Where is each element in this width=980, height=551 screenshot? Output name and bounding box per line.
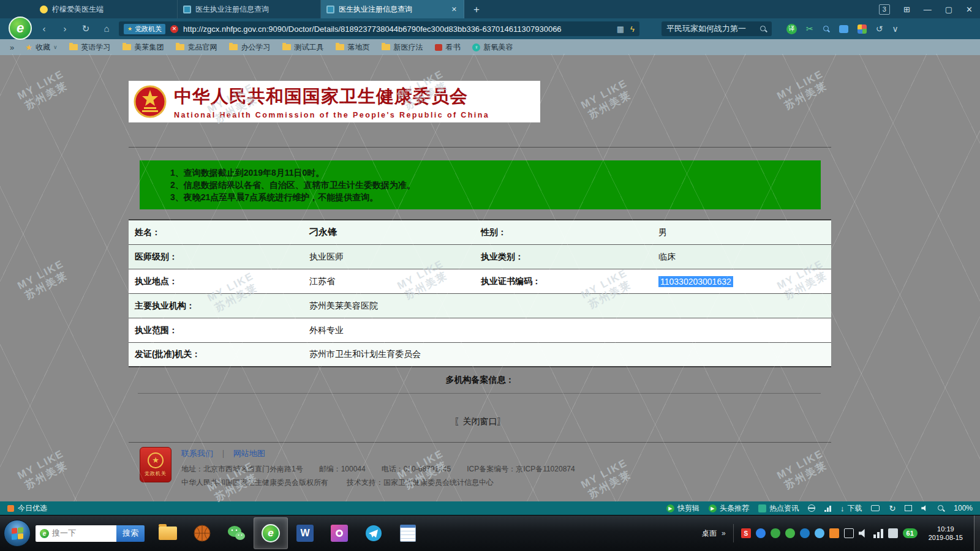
sitemap-link[interactable]: 网站地图 bbox=[233, 448, 265, 459]
page-search-icon[interactable] bbox=[937, 504, 944, 512]
telegram-taskbar-button[interactable] bbox=[356, 517, 391, 549]
tray-display-icon[interactable] bbox=[844, 528, 854, 538]
tray-sogou-icon[interactable]: S bbox=[741, 528, 751, 538]
browser-tab-3-active[interactable]: 医生执业注册信息查询 ✕ bbox=[321, 0, 464, 18]
minimize-button[interactable]: — bbox=[924, 5, 932, 14]
notification-count-badge[interactable]: 61 bbox=[903, 528, 918, 538]
wechat-taskbar-button[interactable] bbox=[219, 517, 254, 549]
sidebar-toggle-icon[interactable]: » bbox=[5, 43, 19, 52]
footer-links: 联系我们 ｜ 网站地图 bbox=[181, 448, 265, 459]
page-viewport: 中华人民共和国国家卫生健康委员会 National Health Commiss… bbox=[0, 55, 980, 501]
field-value: 临床 bbox=[658, 252, 831, 263]
browser-tab-1[interactable]: 柠檬爱美医生端 bbox=[34, 0, 178, 18]
window-panel-icon[interactable] bbox=[905, 505, 912, 511]
browser-taskbar-button-active[interactable]: e bbox=[254, 517, 288, 549]
quick-editor-item[interactable]: ▶快剪辑 bbox=[666, 503, 699, 514]
table-row: 执业地点： 江苏省 执业证书编码： 110330203001632 bbox=[129, 269, 831, 294]
refresh-icon[interactable]: ↻ bbox=[81, 23, 91, 34]
basketball-app-button[interactable] bbox=[185, 517, 219, 549]
undo-icon[interactable]: ↺ bbox=[876, 24, 883, 34]
tray-update-icon[interactable] bbox=[829, 528, 839, 538]
desktop-toolbar-label[interactable]: 桌面 bbox=[702, 528, 717, 539]
url-field[interactable]: ★党政机关 ✕ http://zgcx.nhfpc.gov.cn:9090/Do… bbox=[119, 21, 639, 36]
footer-info-line: 地址：北京市西城区西直门外南路1号 邮编：100044 电话：010-68791… bbox=[181, 464, 575, 474]
lemon-app-favicon bbox=[40, 6, 48, 13]
zoom-search-icon[interactable] bbox=[823, 25, 830, 32]
search-icon[interactable] bbox=[760, 25, 767, 32]
daily-picks-label: 今日优选 bbox=[18, 503, 47, 514]
tab-grid-icon[interactable]: ⊞ bbox=[903, 5, 910, 14]
tray-netdisk-icon[interactable] bbox=[756, 528, 766, 538]
theme-grid-icon[interactable] bbox=[858, 24, 867, 34]
word-taskbar-button[interactable]: W bbox=[288, 517, 322, 549]
lightning-icon[interactable]: ϟ bbox=[630, 24, 635, 34]
message-icon[interactable] bbox=[839, 25, 848, 33]
bookmark-item[interactable]: 美莱集团 bbox=[116, 39, 170, 55]
browser-logo-icon[interactable]: e bbox=[9, 17, 32, 40]
gov-badge-emblem-icon: ★ bbox=[148, 452, 164, 468]
bookmark-item[interactable]: 竞品官网 bbox=[170, 39, 223, 55]
browser-tab-2[interactable]: 医生执业注册信息查询 bbox=[178, 0, 321, 18]
globe-icon[interactable] bbox=[808, 504, 815, 512]
bookmark-item[interactable]: 办公学习 bbox=[223, 39, 276, 55]
favorites-menu[interactable]: ★ 收藏 ∨ bbox=[19, 39, 63, 55]
table-row: 执业范围： 外科专业 bbox=[129, 318, 831, 343]
home-icon[interactable]: ⌂ bbox=[102, 23, 111, 34]
tray-cloud-icon[interactable] bbox=[815, 528, 824, 538]
bookmark-item[interactable]: 新医疗法 bbox=[375, 39, 429, 55]
contact-us-link[interactable]: 联系我们 bbox=[181, 448, 213, 459]
browser-tab-bar: 柠檬爱美医生端 医生执业注册信息查询 医生执业注册信息查询 ✕ + 3 ⊞ — … bbox=[0, 0, 980, 18]
maximize-button[interactable]: ▢ bbox=[945, 5, 952, 14]
quick-editor-icon: ▶ bbox=[666, 504, 674, 512]
zoom-level[interactable]: 100% bbox=[954, 504, 973, 512]
download-icon: ↓ bbox=[840, 504, 845, 513]
refresh-icon[interactable]: ↻ bbox=[889, 504, 895, 513]
hot-news-item[interactable]: 热点资讯 bbox=[758, 503, 799, 514]
tab-title: 医生执业注册信息查询 bbox=[195, 4, 315, 15]
expand-chevron-icon[interactable]: » bbox=[722, 529, 726, 538]
speaker-icon[interactable] bbox=[921, 505, 928, 512]
new-tab-button[interactable]: + bbox=[468, 2, 485, 17]
taskbar-search-input[interactable]: e 搜一下 bbox=[36, 525, 116, 542]
url-text[interactable]: http://zgcx.nhfpc.gov.cn:9090/Doctor/Det… bbox=[183, 24, 612, 34]
scissors-icon[interactable]: ✂ bbox=[806, 24, 813, 34]
back-icon[interactable]: ‹ bbox=[39, 23, 49, 34]
tray-volume-icon[interactable] bbox=[859, 528, 869, 538]
close-button[interactable]: ✕ bbox=[966, 5, 973, 14]
start-button[interactable] bbox=[4, 520, 31, 547]
headlines-icon: ▶ bbox=[709, 504, 717, 512]
tray-network-icon[interactable] bbox=[873, 528, 883, 538]
tray-wechat-icon[interactable] bbox=[785, 528, 795, 538]
monitor-icon[interactable] bbox=[871, 505, 880, 511]
explorer-taskbar-button[interactable] bbox=[151, 517, 185, 549]
daily-picks[interactable]: 今日优选 bbox=[7, 503, 47, 514]
translate-icon[interactable]: 译 bbox=[786, 24, 797, 34]
close-window-link[interactable]: 〖关闭窗口〗 bbox=[129, 416, 831, 427]
headlines-item[interactable]: ▶头条推荐 bbox=[709, 503, 749, 514]
tray-usb-icon[interactable] bbox=[888, 528, 898, 538]
forward-icon[interactable]: › bbox=[60, 23, 70, 34]
bookmark-item[interactable]: 看书 bbox=[429, 39, 466, 55]
bookmark-item[interactable]: 英语学习 bbox=[63, 39, 116, 55]
download-item[interactable]: ↓下载 bbox=[840, 503, 862, 514]
qr-code-icon[interactable]: ▦ bbox=[617, 24, 624, 34]
signal-icon[interactable] bbox=[824, 505, 831, 512]
tab-close-icon[interactable]: ✕ bbox=[450, 6, 458, 13]
tab-count-badge[interactable]: 3 bbox=[879, 4, 890, 15]
bookmark-item[interactable]: 测试工具 bbox=[276, 39, 330, 55]
search-button[interactable]: 搜索 bbox=[116, 525, 145, 542]
search-query-text[interactable]: 平民玩家如何战力第一 bbox=[666, 23, 756, 34]
browser-search-box[interactable]: 平民玩家如何战力第一 bbox=[662, 21, 772, 36]
gov-badge-label: 党政机关 bbox=[145, 470, 167, 477]
show-desktop-button[interactable] bbox=[974, 515, 980, 551]
notes-taskbar-button[interactable] bbox=[391, 517, 425, 549]
bookmark-item[interactable]: ♀新氧美容 bbox=[466, 39, 519, 55]
field-value: 苏州美莱美容医院 bbox=[309, 301, 831, 312]
tray-security-icon[interactable] bbox=[771, 528, 780, 538]
photos-taskbar-button[interactable] bbox=[322, 517, 356, 549]
taskbar-clock[interactable]: 10:19 2019-08-15 bbox=[922, 525, 969, 542]
gov-site-badge[interactable]: ★ 党政机关 bbox=[140, 447, 172, 482]
bookmark-item[interactable]: 落地页 bbox=[330, 39, 375, 55]
tray-qq-icon[interactable] bbox=[800, 528, 810, 538]
menu-chevron-icon[interactable]: ∨ bbox=[892, 24, 898, 34]
